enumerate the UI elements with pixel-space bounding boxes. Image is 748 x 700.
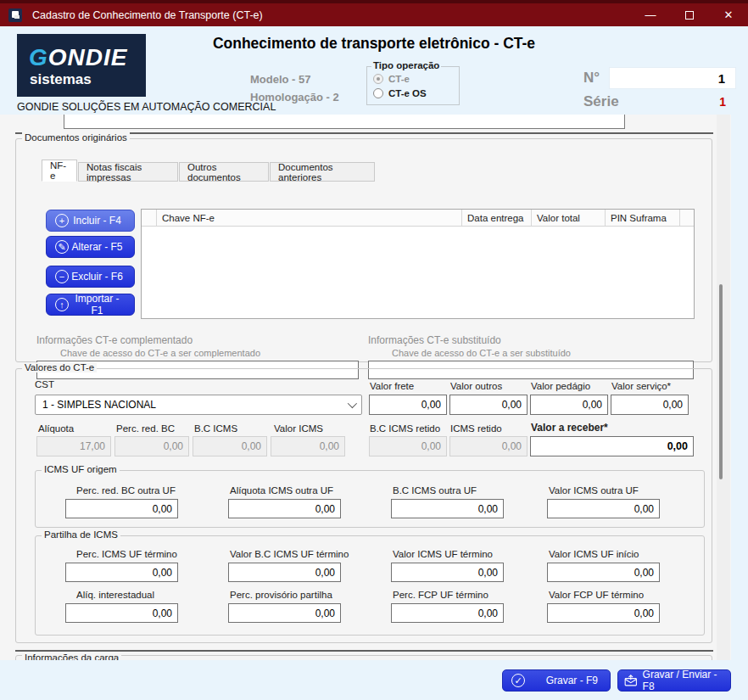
excluir-button[interactable]: − Excluir - F6 — [46, 266, 135, 288]
incluir-button[interactable]: + Incluir - F4 — [46, 210, 135, 232]
valor-outros-input[interactable] — [449, 395, 528, 415]
chevron-down-icon — [348, 399, 357, 408]
modelo-label: Modelo - 57 — [250, 73, 311, 86]
logo-subtitle: sistemas — [30, 71, 92, 88]
radio-ct-e-label: CT-e — [388, 74, 410, 84]
maximize-button[interactable] — [670, 3, 709, 26]
bc-icms-retido-label: B.C ICMS retido — [370, 423, 440, 434]
aliquota-input — [36, 436, 111, 456]
partilha-icms-label: Partilha de ICMS — [42, 529, 120, 540]
icms-uf-origem-label: ICMS UF origem — [42, 464, 120, 474]
valor-icms-label: Valor ICMS — [274, 423, 323, 434]
minus-circle-icon: − — [55, 270, 69, 283]
importar-button[interactable]: ↑ Importar - F1 — [46, 294, 135, 316]
perc-red-bc-outra-uf-input[interactable] — [65, 499, 178, 518]
partilha-icms-group: Partilha de ICMS Perc. ICMS UF término V… — [35, 535, 705, 636]
valor-receber-input[interactable] — [530, 436, 694, 456]
footer-bar: ✓ Gravar - F9 Gravar / Enviar - F8 — [0, 660, 748, 700]
tab-outros-documentos[interactable]: Outros documentos — [179, 162, 269, 182]
gravar-button[interactable]: ✓ Gravar - F9 — [502, 669, 611, 692]
gravar-enviar-button[interactable]: Gravar / Enviar - F8 — [617, 669, 731, 692]
icms-uf-origem-group: ICMS UF origem Perc. red. BC outra UF Al… — [35, 470, 705, 528]
close-button[interactable]: ✕ — [709, 3, 748, 26]
pencil-circle-icon: ✎ — [55, 240, 69, 254]
nfe-table-body[interactable] — [142, 227, 694, 318]
tab-documentos-anteriores[interactable]: Documentos anteriores — [270, 162, 375, 182]
perc-fcp-uf-termino-input[interactable] — [391, 603, 504, 623]
valor-pedagio-input[interactable] — [530, 395, 608, 415]
minimize-icon: — — [645, 8, 656, 21]
scrollbar-thumb[interactable] — [719, 284, 723, 479]
complementado-sublabel: Chave de acesso do CT-e a ser complement… — [60, 348, 260, 358]
cst-select[interactable]: 1 - SIMPLES NACIONAL — [35, 395, 362, 415]
cst-label: CST — [35, 379, 54, 389]
valor-icms-outra-uf-input[interactable] — [547, 499, 660, 518]
valor-icms-uf-inicio-input[interactable] — [547, 563, 660, 582]
valor-pedagio-label: Valor pedágio — [531, 381, 590, 391]
valor-icms-uf-inicio-label: Valor ICMS UF início — [549, 549, 639, 559]
perc-red-bc-label: Perc. red. BC — [116, 423, 175, 434]
nfe-table-header: Chave NF-e Data entrega Valor total PIN … — [142, 210, 694, 227]
radio-ct-e-os-label: CT-e OS — [388, 88, 427, 98]
alterar-label: Alterar - F5 — [69, 241, 126, 253]
aliq-interestadual-label: Alíq. interestadual — [76, 590, 154, 600]
alterar-button[interactable]: ✎ Alterar - F5 — [46, 236, 135, 258]
valor-bc-icms-uf-termino-input[interactable] — [228, 563, 341, 582]
page-title: Conhecimento de transporte eletrônico - … — [0, 35, 748, 53]
valor-frete-input[interactable] — [369, 395, 447, 415]
tab-notas-fiscais-impressas[interactable]: Notas fiscais impressas — [78, 162, 178, 182]
clipped-field-above — [64, 115, 625, 129]
aliq-interestadual-input[interactable] — [65, 603, 178, 623]
serie-value: 1 — [609, 95, 726, 109]
section-divider-bottom — [15, 650, 713, 652]
aliquota-icms-outra-uf-input[interactable] — [228, 499, 341, 518]
homologacao-label: Homologação - 2 — [250, 91, 339, 104]
valor-fcp-uf-termino-label: Valor FCP UF término — [549, 590, 644, 600]
perc-icms-uf-termino-label: Perc. ICMS UF término — [76, 549, 177, 559]
app-icon — [8, 8, 22, 22]
informacoes-carga-group-clipped: Informações da carga — [15, 654, 712, 660]
radio-ct-e-icon — [373, 74, 383, 84]
perc-provisorio-partilha-label: Perc. provisório partilha — [230, 590, 332, 600]
numero-input[interactable] — [609, 67, 736, 89]
valores-cte-group: Valores do CT-e CST 1 - SIMPLES NACIONAL… — [15, 368, 712, 643]
row-selector-column — [142, 210, 157, 226]
bc-icms-outra-uf-input[interactable] — [391, 499, 504, 518]
bc-icms-outra-uf-label: B.C ICMS outra UF — [393, 485, 477, 496]
col-pin-suframa: PIN Suframa — [606, 210, 680, 226]
company-tagline: GONDIE SOLUÇÕES EM AUTOMAÇÃO COMERCIAL — [17, 101, 276, 113]
titlebar: Cadastro de Conhecimento de Transporte (… — [0, 3, 748, 26]
perc-provisorio-partilha-input[interactable] — [228, 603, 341, 623]
nfe-table: Chave NF-e Data entrega Valor total PIN … — [141, 209, 695, 319]
plus-circle-icon: + — [55, 214, 69, 227]
col-valor-total: Valor total — [532, 210, 606, 226]
complementado-label: Informações CT-e complementado — [36, 334, 193, 346]
informacoes-carga-label: Informações da carga — [22, 654, 121, 660]
perc-red-bc-input — [114, 436, 189, 456]
header: GONDIE sistemas GONDIE SOLUÇÕES EM AUTOM… — [0, 26, 748, 115]
tab-nfe[interactable]: NF-e — [42, 160, 77, 182]
aliquota-label: Alíquota — [38, 423, 74, 434]
window-title: Cadastro de Conhecimento de Transporte (… — [32, 9, 263, 21]
valor-outros-label: Valor outros — [450, 381, 502, 391]
vertical-scrollbar[interactable] — [717, 115, 730, 660]
bc-icms-input — [193, 436, 267, 456]
bc-icms-retido-input — [369, 436, 447, 456]
valor-icms-uf-termino-input[interactable] — [391, 563, 504, 582]
check-circle-icon: ✓ — [511, 674, 525, 687]
gravar-label: Gravar - F9 — [546, 675, 601, 686]
close-icon: ✕ — [724, 8, 734, 21]
substituido-label: Informações CT-e substituído — [368, 334, 501, 346]
valor-servico-input[interactable] — [611, 395, 689, 415]
minimize-button[interactable]: — — [631, 3, 670, 26]
gravar-enviar-label: Gravar / Enviar - F8 — [643, 669, 724, 692]
perc-icms-uf-termino-input[interactable] — [65, 563, 178, 582]
radio-ct-e-os[interactable]: CT-e OS — [373, 88, 427, 98]
tipo-operacao-group: Tipo operação CT-e CT-e OS — [366, 66, 460, 105]
radio-ct-e[interactable]: CT-e — [373, 74, 410, 84]
valor-frete-label: Valor frete — [370, 381, 414, 391]
importar-label: Importar - F1 — [69, 293, 126, 316]
valor-fcp-uf-termino-input[interactable] — [547, 603, 660, 623]
col-chave-nfe: Chave NF-e — [157, 210, 462, 226]
form-scroll-area: Documentos originários NF-e Notas fiscai… — [0, 115, 731, 660]
